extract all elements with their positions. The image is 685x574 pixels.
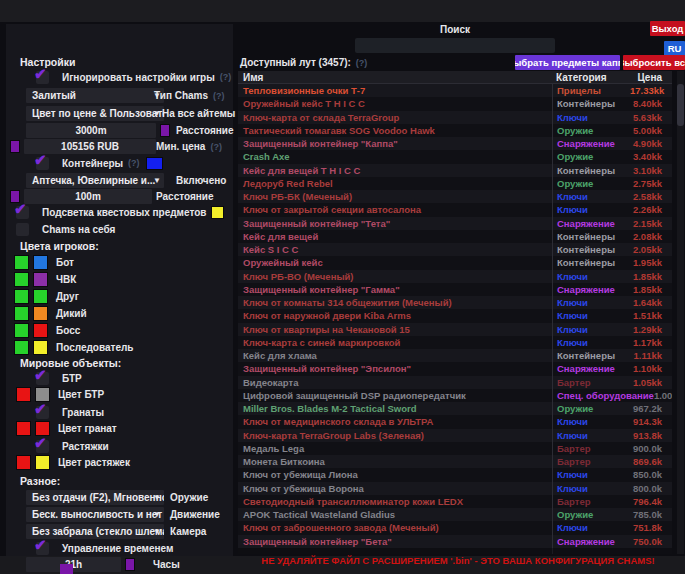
- table-row[interactable]: Ключ от убежища Лиона Ключи 850.0k: [238, 468, 672, 481]
- esp-distance-input[interactable]: 3000m: [26, 123, 156, 138]
- table-row[interactable]: Цифровой защищенный DSP радиопередатчик …: [238, 389, 672, 402]
- chams-self-checkbox[interactable]: [16, 223, 29, 236]
- containers-checkbox[interactable]: [36, 157, 49, 170]
- scrollbar[interactable]: [677, 71, 684, 554]
- grenade-color-swatch-1[interactable]: [16, 421, 31, 436]
- table-row[interactable]: Оружейный кейс Контейнеры 1.95kk: [238, 256, 672, 269]
- table-row[interactable]: Crash Axe Оружие 3.40kk: [238, 150, 672, 163]
- help-icon[interactable]: (?): [210, 142, 222, 152]
- player-color-swatch-1[interactable]: [14, 289, 29, 304]
- color-mode-dropdown[interactable]: Цвет по цене & Пользователь▼: [26, 106, 164, 121]
- player-color-swatch-2[interactable]: [33, 323, 48, 338]
- table-row[interactable]: Ключ от заброшенного завода (Меченый) Кл…: [238, 521, 672, 534]
- tripwire-color-swatch-1[interactable]: [16, 455, 31, 470]
- table-row[interactable]: Оружейный кейс T H I C C Контейнеры 8.40…: [238, 97, 672, 110]
- table-row[interactable]: Ключ от наружной двери Kiba Arms Ключи 1…: [238, 309, 672, 322]
- exit-button[interactable]: Выход: [650, 21, 685, 36]
- hours-color-swatch[interactable]: [125, 558, 135, 571]
- btr-row[interactable]: БТР: [36, 370, 82, 386]
- containers-row[interactable]: Контейнеры (?): [36, 155, 163, 171]
- player-color-swatch-2[interactable]: [33, 340, 48, 355]
- select-kappa-items-button[interactable]: Выбрать предметы каппа: [515, 55, 620, 70]
- weapon-dropdown[interactable]: Без отдачи (F2), Мгновенное п▼: [26, 490, 164, 505]
- table-row[interactable]: Защищенный контейнер "Эпсилон" Снаряжени…: [238, 362, 672, 375]
- ignore-game-settings-row[interactable]: Игнорировать настройки игры (?): [36, 69, 231, 85]
- table-row[interactable]: Защищенный контейнер "Тета" Снаряжение 2…: [238, 217, 672, 230]
- container-filter-dropdown[interactable]: Аптечка, Ювелирные и...▼: [26, 173, 164, 188]
- quest-items-row[interactable]: Подсветка квестовых предметов: [16, 204, 224, 220]
- grenades-checkbox[interactable]: [36, 406, 49, 419]
- player-color-swatch-2[interactable]: [33, 255, 48, 270]
- table-row[interactable]: Защищенный контейнер "Гамма" Снаряжение …: [238, 283, 672, 296]
- table-row[interactable]: Ключ от квартиры на Чекановой 15 Ключи 1…: [238, 323, 672, 336]
- player-color-swatch-1[interactable]: [14, 272, 29, 287]
- table-row[interactable]: Ключ от закрытой секции автосалона Ключи…: [238, 203, 672, 216]
- player-color-swatch-2[interactable]: [33, 306, 48, 321]
- player-color-swatch-1[interactable]: [14, 306, 29, 321]
- table-row[interactable]: APOK Tactical Wasteland Gladius Оружие 7…: [238, 508, 672, 521]
- time-control-checkbox[interactable]: [36, 542, 49, 555]
- scrollbar-thumb[interactable]: [677, 84, 684, 126]
- table-row[interactable]: Ключ-карта с синей маркировкой Ключи 1.1…: [238, 336, 672, 349]
- ignore-game-settings-checkbox[interactable]: [36, 71, 49, 84]
- camera-dropdown[interactable]: Без забрала (стекло шлема)▼: [26, 524, 164, 539]
- help-icon[interactable]: (?): [213, 91, 225, 101]
- drop-all-button[interactable]: Выбросить все: [623, 55, 685, 70]
- table-row[interactable]: Видеокарта Бартер 1.05kk: [238, 376, 672, 389]
- table-row[interactable]: Светодиодный трансиллюминатор кожи LEDX …: [238, 495, 672, 508]
- search-input[interactable]: [355, 38, 555, 53]
- hours-input[interactable]: 21h: [26, 557, 121, 572]
- min-price-color-swatch[interactable]: [10, 140, 20, 153]
- help-icon[interactable]: (?): [220, 72, 232, 82]
- esp-distance-color-swatch[interactable]: [160, 124, 170, 137]
- player-color-swatch-1[interactable]: [14, 340, 29, 355]
- window-titlebar[interactable]: [0, 0, 685, 22]
- table-row[interactable]: Монета Биткоина Бартер 869.6k: [238, 455, 672, 468]
- help-icon[interactable]: (?): [128, 158, 140, 168]
- table-row[interactable]: Кейс для хлама Контейнеры 1.11kk: [238, 349, 672, 362]
- chams-type-dropdown[interactable]: Залитый▼: [26, 88, 164, 103]
- table-row[interactable]: Ключ-карта от склада TerraGroup Ключи 5.…: [238, 111, 672, 124]
- player-color-label: Последователь: [56, 342, 134, 353]
- tripwires-checkbox[interactable]: [36, 440, 49, 453]
- table-row[interactable]: Кейс для вещей Контейнеры 2.08kk: [238, 230, 672, 243]
- containers-color-swatch[interactable]: [146, 157, 163, 170]
- quest-items-checkbox[interactable]: [16, 206, 29, 219]
- btr-checkbox[interactable]: [36, 372, 49, 385]
- player-color-swatch-1[interactable]: [14, 255, 29, 270]
- quest-items-color-swatch[interactable]: [211, 206, 224, 219]
- movement-dropdown[interactable]: Беск. выносливость и нет уста▼: [26, 507, 164, 522]
- chams-self-row[interactable]: Chams на себя: [16, 221, 115, 237]
- table-row[interactable]: Кейс S I C C Контейнеры 2.05kk: [238, 243, 672, 256]
- language-button[interactable]: RU: [664, 41, 685, 56]
- table-row[interactable]: Ключ РБ-ВО (Меченый) Ключи 1.85kk: [238, 270, 672, 283]
- container-distance-input[interactable]: 100m: [24, 189, 152, 204]
- table-row[interactable]: Тепловизионные очки Т-7 Прицелы 17.33kk: [238, 84, 672, 97]
- table-row[interactable]: Ключ от убежища Ворона Ключи 800.0k: [238, 482, 672, 495]
- table-row[interactable]: Ледоруб Red Rebel Оружие 2.75kk: [238, 177, 672, 190]
- help-icon[interactable]: (?): [356, 58, 368, 68]
- player-color-swatch-2[interactable]: [33, 272, 48, 287]
- time-control-row[interactable]: Управление временем: [36, 540, 173, 556]
- btr-color-swatch-1[interactable]: [16, 387, 31, 402]
- player-color-swatch-2[interactable]: [33, 289, 48, 304]
- table-row[interactable]: Ключ РБ-БК (Меченый) Ключи 2.58kk: [238, 190, 672, 203]
- table-row[interactable]: Защищенный контейнер "Бета" Снаряжение 7…: [238, 535, 672, 548]
- table-row[interactable]: Ключ от комнаты 314 общежития (Меченый) …: [238, 296, 672, 309]
- table-row[interactable]: [238, 548, 672, 554]
- table-row[interactable]: Медаль Lega Бартер 900.0k: [238, 442, 672, 455]
- grenades-row[interactable]: Гранаты: [36, 404, 104, 420]
- column-header-price[interactable]: Цена: [630, 72, 672, 83]
- table-row[interactable]: Ключ-карта TerraGroup Labs (Зеленая) Клю…: [238, 429, 672, 442]
- column-header-category[interactable]: Категория: [552, 72, 630, 83]
- tripwire-color-swatch-2[interactable]: [35, 455, 50, 470]
- table-row[interactable]: Ключ от медицинского склада в УЛЬТРА Клю…: [238, 415, 672, 428]
- tripwire-color-label: Цвет растяжек: [58, 457, 130, 468]
- table-row[interactable]: Тактический томагавк SOG Voodoo Hawk Ору…: [238, 124, 672, 137]
- player-color-swatch-1[interactable]: [14, 323, 29, 338]
- table-row[interactable]: Miller Bros. Blades M-2 Tactical Sword О…: [238, 402, 672, 415]
- table-row[interactable]: Защищенный контейнер "Каппа" Снаряжение …: [238, 137, 672, 150]
- tripwires-row[interactable]: Растяжки: [36, 438, 109, 454]
- table-row[interactable]: Кейс для вещей T H I C C Контейнеры 3.10…: [238, 164, 672, 177]
- column-header-name[interactable]: Имя: [238, 72, 552, 83]
